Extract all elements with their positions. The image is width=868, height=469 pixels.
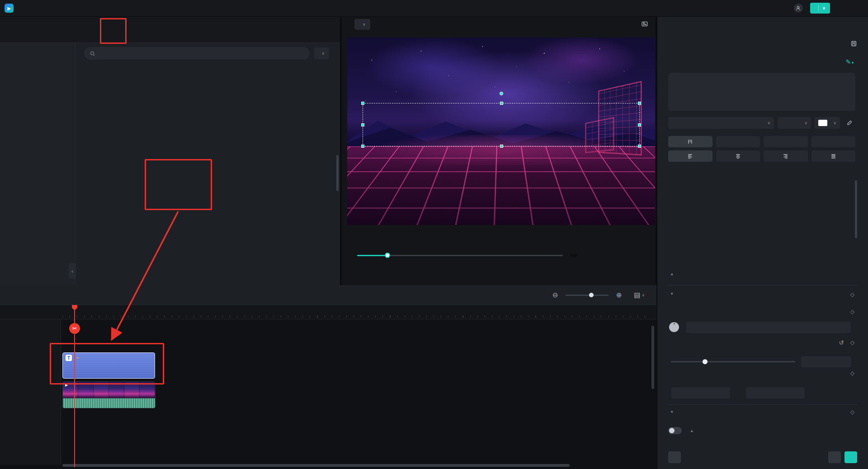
position-keyframe[interactable]: ◇ [850,370,854,376]
keyframe-diamond-icon[interactable]: ◇ [850,370,854,376]
progress-knob[interactable] [385,253,390,258]
asset-scrollbar[interactable] [336,155,339,191]
font-size-dropdown[interactable]: ∨ [778,117,811,129]
video-thumbnails [63,382,155,398]
divider [668,404,857,405]
search-input[interactable] [99,50,304,56]
transform-section-header[interactable]: ▾ [668,291,673,296]
toolbar-zoom-group: ⊖ ⊕ ▤∨ [550,285,645,305]
sidebar-collapse-button[interactable]: ‹ [69,263,76,279]
playback-quality-dropdown[interactable]: ∨ [354,19,370,30]
video-clip-audio-strip [63,398,155,408]
clip-play-icon: ▶ [65,383,68,387]
position-y-input[interactable] [746,387,805,399]
properties-scrollbar[interactable] [855,180,857,238]
scale-slider-knob[interactable] [703,359,708,364]
compositing-section-header[interactable]: ▴ [668,409,673,413]
align-right-button[interactable] [764,150,808,162]
selection-handle[interactable] [500,102,503,105]
rotate-keyframe[interactable]: ◇ [850,309,854,315]
save-preset-icon[interactable] [850,40,857,48]
keyframe-diamond-icon[interactable]: ◇ [850,309,854,315]
filter-chevron-down-icon: ∨ [321,51,325,56]
chevron-down-icon: ∨ [642,293,645,297]
timeline-vertical-scrollbar[interactable] [651,326,654,389]
text-clip-icon: T [66,355,72,361]
preview-panel: ∨ [342,17,656,285]
font-family-dropdown[interactable]: ∨ [668,117,774,129]
zoom-in-button[interactable]: ⊕ [614,290,624,300]
filter-dropdown[interactable]: ∨ [314,47,329,59]
align-justify-button[interactable] [811,150,856,162]
video-viewport[interactable] [347,38,655,225]
keyframe-diamond-icon[interactable]: ◇ [850,291,854,298]
timeline-ruler[interactable] [0,305,656,319]
zoom-knob[interactable] [589,293,594,297]
video-clip[interactable]: ▶ [62,381,156,408]
transform-keyframe[interactable]: ◇ [850,291,854,298]
selection-handle[interactable] [361,145,364,148]
asset-browser: ∨ [76,43,340,285]
font-chevron-down-icon: ∨ [767,121,770,125]
timeline-zoom-slider[interactable] [566,295,609,296]
position-x-input[interactable] [671,387,730,399]
selection-handle[interactable] [638,145,641,148]
scale-value-input[interactable] [801,356,851,367]
align-center-button[interactable] [716,150,760,162]
avatar[interactable] [794,4,803,13]
asset-grid-scroll [86,63,335,285]
divider [668,285,857,286]
more-params-toggle[interactable]: ▴ [668,272,673,276]
color-swatch [818,120,827,126]
caret-up-icon: ▴ [671,272,673,276]
align-left-button[interactable] [668,150,712,162]
selection-handle[interactable] [361,123,364,127]
selection-handle[interactable] [500,145,503,148]
font-color-dropdown[interactable]: ∨ [815,117,840,129]
text-selection-box[interactable] [363,103,640,146]
eyedropper-icon[interactable] [844,120,855,126]
reset-button[interactable] [668,451,681,463]
selection-handle[interactable] [361,102,364,105]
vertical-text-button[interactable] [668,136,712,147]
menubar: ▶ ∨ [0,0,868,17]
selection-handle[interactable] [638,123,641,127]
caret-down-icon: ▾ [671,291,673,296]
app-logo-icon[interactable]: ▶ [5,4,14,13]
rotate-value-input[interactable] [686,322,851,333]
media-type-tabs [0,17,340,43]
background-toggle[interactable] [668,427,682,434]
playback-progress-slider[interactable] [357,255,563,256]
italic-button[interactable] [764,136,808,147]
floor-fade [347,139,655,225]
reset-rotation-icon[interactable]: ↺ [839,340,844,346]
export-button[interactable]: ∨ [810,3,830,14]
filmora-app-window: ▶ ∨ ‹ [0,0,868,469]
bold-button[interactable] [716,136,760,147]
quality-chevron-down-icon: ∨ [363,22,366,27]
properties-subtabs [667,40,857,48]
text-content-input[interactable] [668,73,855,111]
timeline-toolbar: ⊖ ⊕ ▤∨ [0,285,656,305]
track-height-button[interactable]: ▤∨ [634,290,645,300]
advanced-edit-button[interactable] [844,451,857,463]
split-scissors-badge[interactable]: ✂ [69,323,80,334]
progress-fill [357,255,387,256]
keyframe-panel-button[interactable] [828,451,841,463]
selection-handle[interactable] [638,102,641,105]
compositing-keyframe[interactable]: ◇ [850,409,854,415]
scale-slider[interactable] [671,361,795,362]
underline-button[interactable] [811,136,856,147]
export-divider [818,5,819,11]
text-clip[interactable]: T [62,352,155,379]
keyframe-diamond-icon[interactable]: ◇ [850,409,854,415]
timeline-horizontal-scrollbar[interactable] [62,464,570,467]
preview-image-icon[interactable] [641,20,648,29]
track-header-column [0,319,61,464]
rotation-handle[interactable] [500,92,503,95]
zoom-out-button[interactable]: ⊖ [550,290,560,300]
keyframe-diamond-icon[interactable]: ◇ [850,339,854,346]
rotate-knob[interactable] [669,322,679,332]
export-chevron-down-icon[interactable]: ∨ [822,6,826,10]
ai-write-icon[interactable]: ✎✦ [846,58,854,66]
